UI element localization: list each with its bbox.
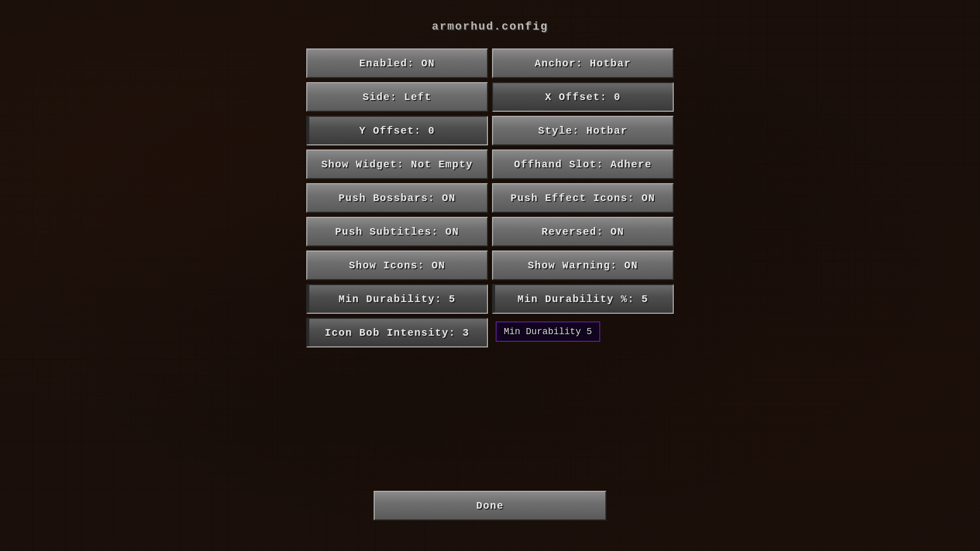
anchor-button[interactable]: Anchor: Hotbar	[492, 48, 674, 78]
x-offset-button[interactable]: X Offset: 0	[492, 82, 674, 112]
config-row-1: Enabled: ON Anchor: Hotbar	[306, 48, 674, 78]
push-subtitles-button[interactable]: Push Subtitles: ON	[306, 217, 488, 246]
push-bossbars-button[interactable]: Push Bossbars: ON	[306, 183, 488, 213]
style-button[interactable]: Style: Hotbar	[492, 116, 674, 145]
config-row-9: Icon Bob Intensity: 3	[306, 318, 674, 347]
show-widget-button[interactable]: Show Widget: Not Empty	[306, 149, 488, 179]
config-row-2: Side: Left X Offset: 0	[306, 82, 674, 112]
push-effect-icons-button[interactable]: Push Effect Icons: ON	[492, 183, 674, 213]
min-durability-pct-button[interactable]: Min Durability %: 5	[492, 284, 674, 314]
config-row-4: Show Widget: Not Empty Offhand Slot: Adh…	[306, 149, 674, 179]
y-offset-button[interactable]: Y Offset: 0	[306, 116, 488, 145]
page-title: armorhud.config	[432, 20, 548, 33]
done-button[interactable]: Done	[374, 491, 606, 520]
offhand-slot-button[interactable]: Offhand Slot: Adhere	[492, 149, 674, 179]
reversed-button[interactable]: Reversed: ON	[492, 217, 674, 246]
config-container: Enabled: ON Anchor: Hotbar Side: Left X …	[306, 48, 674, 347]
min-durability-button[interactable]: Min Durability: 5	[306, 284, 488, 314]
config-row-5: Push Bossbars: ON Push Effect Icons: ON	[306, 183, 674, 213]
enabled-button[interactable]: Enabled: ON	[306, 48, 488, 78]
side-button[interactable]: Side: Left	[306, 82, 488, 112]
show-icons-button[interactable]: Show Icons: ON	[306, 251, 488, 280]
show-warning-button[interactable]: Show Warning: ON	[492, 251, 674, 280]
config-row-8: Min Durability: 5 Min Durability %: 5	[306, 284, 674, 314]
config-row-6: Push Subtitles: ON Reversed: ON	[306, 217, 674, 246]
config-row-3: Y Offset: 0 Style: Hotbar	[306, 116, 674, 145]
config-row-7: Show Icons: ON Show Warning: ON	[306, 251, 674, 280]
icon-bob-intensity-button[interactable]: Icon Bob Intensity: 3	[306, 318, 488, 347]
